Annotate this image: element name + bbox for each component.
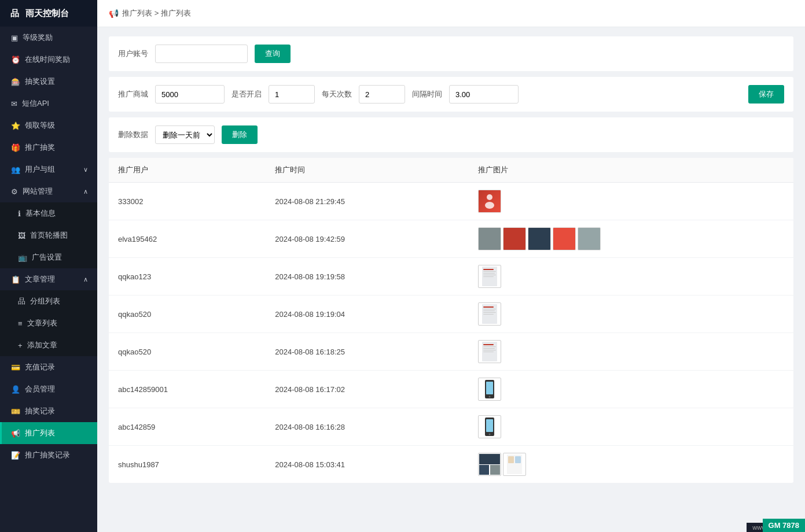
interval-time-label: 间隔时间 <box>412 89 442 99</box>
content-area: 用户账号 查询 推广商城 是否开启 每天次数 间隔时间 保存 删除数据 <box>97 27 805 532</box>
logo-icon: 品 <box>8 7 21 20</box>
cell-img <box>469 333 793 371</box>
delete-option-select[interactable]: 删除一天前 <box>155 125 215 144</box>
cell-img <box>469 446 793 483</box>
sidebar-item-get-level[interactable]: ⭐ 领取等级 <box>0 114 97 136</box>
svg-rect-9 <box>483 306 494 308</box>
sidebar-item-promo-list[interactable]: 📢 推广列表 <box>0 422 97 444</box>
svg-rect-5 <box>483 273 495 274</box>
delete-data-label: 删除数据 <box>118 130 148 140</box>
sidebar-item-article-list[interactable]: ≡ 文章列表 <box>0 312 97 334</box>
daily-count-label: 每天次数 <box>322 89 352 99</box>
ticket-icon: 🎫 <box>11 407 20 416</box>
svg-rect-31 <box>515 456 521 463</box>
table-row: abc142859001 2024-08-08 16:17:02 <box>109 371 793 408</box>
is-enabled-label: 是否开启 <box>231 89 262 99</box>
cell-user: elva195462 <box>109 220 266 258</box>
article-icon: 📋 <box>11 275 20 284</box>
users-icon: 👥 <box>11 165 20 174</box>
svg-rect-11 <box>483 311 495 311</box>
sidebar-item-group-list[interactable]: 品 分组列表 <box>0 290 97 312</box>
table-row: elva195462 2024-08-08 19:42:59 <box>109 220 793 258</box>
svg-point-25 <box>489 434 491 435</box>
main-content: 📢 推广列表 > 推广列表 用户账号 查询 推广商城 是否开启 每天次数 <box>97 0 805 532</box>
sidebar-item-article-mgmt[interactable]: 📋 文章管理 ∧ <box>0 268 97 290</box>
promo-table: 推广用户 推广时间 推广图片 333002 2024-08-08 21:29:4… <box>109 158 793 483</box>
svg-rect-27 <box>479 465 489 475</box>
delete-button[interactable]: 删除 <box>222 125 258 144</box>
sidebar-item-sms-api[interactable]: ✉ 短信API <box>0 93 97 114</box>
daily-count-input[interactable] <box>359 85 405 104</box>
cell-img <box>469 183 793 220</box>
cell-img <box>469 295 793 333</box>
repeat-task-icon: ▣ <box>11 34 18 42</box>
svg-point-0 <box>487 194 492 200</box>
sidebar-item-promo-lottery-records[interactable]: 📝 推广抽奖记录 <box>0 444 97 466</box>
sidebar: 品 雨天控制台 ▣ 等级奖励 ⏰ 在线时间奖励 🎰 抽奖设置 ✉ 短信API ⭐… <box>0 0 97 532</box>
table-row: shushu1987 2024-08-08 15:03:41 <box>109 446 793 483</box>
clock-icon: ⏰ <box>11 56 20 64</box>
user-account-label: 用户账号 <box>118 49 148 59</box>
cell-img <box>469 258 793 295</box>
sidebar-item-user-group[interactable]: 👥 用户与组 ∨ <box>0 158 97 180</box>
is-enabled-input[interactable] <box>269 85 315 104</box>
cell-user: qqkao520 <box>109 295 266 333</box>
svg-rect-24 <box>486 419 493 432</box>
svg-rect-3 <box>483 269 494 270</box>
sms-icon: ✉ <box>11 99 17 108</box>
sidebar-item-ad-settings[interactable]: 📺 广告设置 <box>0 246 97 268</box>
sidebar-item-add-article[interactable]: + 添加文章 <box>0 334 97 356</box>
group-icon: 品 <box>18 296 25 306</box>
svg-rect-19 <box>483 352 494 352</box>
breadcrumb-icon: 📢 <box>109 9 119 18</box>
promo-store-input[interactable] <box>155 85 225 104</box>
sidebar-item-lottery-records[interactable]: 🎫 抽奖记录 <box>0 400 97 422</box>
cell-time: 2024-08-08 21:29:45 <box>266 183 469 220</box>
sidebar-item-lottery-settings[interactable]: 🎰 抽奖设置 <box>0 71 97 93</box>
sidebar-item-promo-lottery[interactable]: 🎁 推广抽奖 <box>0 136 97 158</box>
svg-point-1 <box>485 202 494 209</box>
cell-user: abc142859 <box>109 408 266 446</box>
sidebar-item-member-mgmt[interactable]: 👤 会员管理 <box>0 378 97 400</box>
cell-time: 2024-08-08 15:03:41 <box>266 446 469 483</box>
cell-img <box>469 408 793 446</box>
cell-user: qqkao123 <box>109 258 266 295</box>
sidebar-item-home-carousel[interactable]: 🖼 首页轮播图 <box>0 224 97 246</box>
sidebar-item-website-mgmt[interactable]: ⚙ 网站管理 ∧ <box>0 180 97 202</box>
chevron-up-icon2: ∧ <box>83 276 88 283</box>
cell-user: shushu1987 <box>109 446 266 483</box>
plus-icon: + <box>18 341 23 350</box>
table-row: qqkao123 2024-08-08 19:19:58 <box>109 258 793 295</box>
svg-rect-30 <box>508 456 514 463</box>
svg-rect-15 <box>483 344 494 345</box>
breadcrumb-path: 推广列表 > 推广列表 <box>122 8 191 19</box>
breadcrumb: 📢 推广列表 > 推广列表 <box>97 0 805 27</box>
save-button[interactable]: 保存 <box>748 85 784 104</box>
sidebar-item-online-time[interactable]: ⏰ 在线时间奖励 <box>0 49 97 71</box>
sidebar-item-basic-info[interactable]: ℹ 基本信息 <box>0 202 97 224</box>
filter-panel-query: 用户账号 查询 <box>109 36 793 71</box>
brand-watermark: GM 7878 <box>763 519 805 532</box>
image-icon: 🖼 <box>18 231 25 240</box>
interval-time-input[interactable] <box>449 85 519 104</box>
cell-img <box>469 220 793 258</box>
svg-rect-26 <box>479 454 500 464</box>
user-account-input[interactable] <box>155 45 248 63</box>
cell-time: 2024-08-08 19:19:58 <box>266 258 469 295</box>
svg-rect-28 <box>490 465 500 475</box>
cell-img <box>469 371 793 408</box>
chevron-down-icon: ∨ <box>83 166 88 173</box>
query-button[interactable]: 查询 <box>255 45 291 63</box>
svg-rect-21 <box>486 382 493 394</box>
list-icon: ≡ <box>18 319 23 328</box>
chevron-up-icon: ∧ <box>83 188 88 195</box>
cell-user: qqkao520 <box>109 333 266 371</box>
megaphone-icon: 📢 <box>11 429 20 438</box>
sidebar-item-repeat-task[interactable]: ▣ 等级奖励 <box>0 27 97 49</box>
sidebar-item-recharge-records[interactable]: 💳 充值记录 <box>0 356 97 378</box>
col-user: 推广用户 <box>109 158 266 183</box>
table-row: abc142859 2024-08-08 16:16:28 <box>109 408 793 446</box>
user-icon: 👤 <box>11 385 20 394</box>
svg-rect-18 <box>483 350 496 350</box>
cell-time: 2024-08-08 19:42:59 <box>266 220 469 258</box>
